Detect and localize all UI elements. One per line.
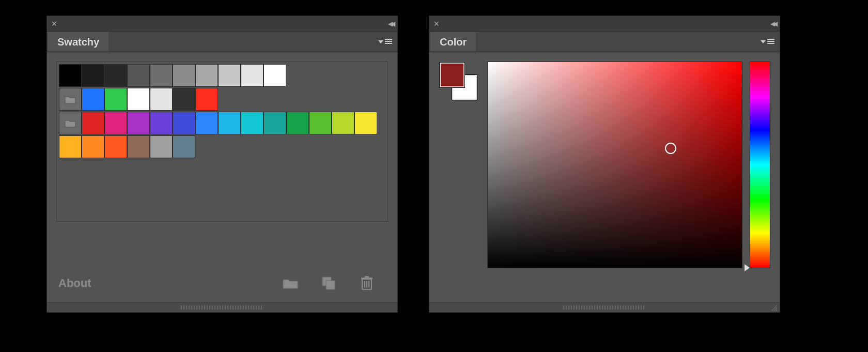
hue-arrow-icon — [745, 264, 750, 271]
panel-grip[interactable] — [47, 302, 397, 312]
swatch[interactable] — [59, 64, 82, 87]
panel-menu-icon[interactable] — [378, 39, 392, 45]
color-panel: ✕ ◀◀ Color — [429, 16, 780, 313]
swatch[interactable] — [127, 88, 150, 111]
delete-button[interactable] — [358, 276, 376, 290]
collapse-icon[interactable]: ◀◀ — [388, 20, 393, 27]
swatch[interactable] — [82, 88, 104, 111]
swatch[interactable] — [173, 64, 195, 87]
close-icon[interactable]: ✕ — [51, 20, 57, 28]
hue-strip[interactable] — [750, 62, 770, 268]
resize-corner-icon[interactable] — [770, 304, 778, 311]
swatch-area — [56, 62, 388, 222]
fg-bg-area — [439, 62, 480, 293]
swatch[interactable] — [264, 64, 286, 87]
saturation-value-field[interactable] — [487, 62, 742, 268]
panel-grip[interactable] — [429, 302, 780, 312]
folder-icon — [283, 277, 298, 289]
swatch[interactable] — [104, 135, 127, 158]
swatch[interactable] — [195, 112, 218, 134]
swatch[interactable] — [173, 135, 195, 158]
swatch[interactable] — [241, 64, 264, 87]
color-tab-bar: Color — [429, 32, 780, 52]
swatch-row — [59, 64, 385, 87]
swatch[interactable] — [218, 64, 241, 87]
swatchy-footer: About — [56, 272, 388, 293]
svg-rect-9 — [361, 278, 373, 279]
swatch[interactable] — [127, 112, 150, 134]
swatch[interactable] — [264, 112, 286, 134]
swatch[interactable] — [127, 64, 150, 87]
swatch[interactable] — [173, 112, 195, 134]
swatch[interactable] — [241, 112, 264, 134]
swatch[interactable] — [104, 112, 127, 134]
close-icon[interactable]: ✕ — [433, 20, 440, 28]
footer-icons — [282, 276, 386, 290]
swatchy-panel: ✕ ◀◀ Swatchy About — [47, 16, 398, 313]
tab-label: Swatchy — [57, 36, 99, 48]
swatch[interactable] — [104, 64, 127, 87]
swatch[interactable] — [286, 112, 309, 134]
swatch[interactable] — [354, 112, 377, 134]
swatch[interactable] — [82, 135, 104, 158]
swatch[interactable] — [195, 64, 218, 87]
tab-color[interactable]: Color — [430, 32, 476, 51]
swatch[interactable] — [127, 135, 150, 158]
new-swatch-button[interactable] — [320, 276, 337, 290]
about-link[interactable]: About — [58, 277, 91, 290]
new-swatch-icon — [322, 277, 335, 290]
color-body — [429, 52, 780, 302]
svg-marker-0 — [378, 40, 383, 43]
swatch[interactable] — [332, 112, 354, 134]
swatch[interactable] — [195, 88, 218, 111]
swatch[interactable] — [150, 88, 173, 111]
swatch-group-folder[interactable] — [59, 88, 82, 111]
svg-rect-10 — [365, 276, 369, 278]
swatch[interactable] — [82, 112, 104, 134]
trash-icon — [361, 276, 373, 290]
swatch[interactable] — [218, 112, 241, 134]
swatch[interactable] — [59, 135, 82, 158]
tab-label: Color — [440, 36, 467, 48]
tab-swatchy[interactable]: Swatchy — [48, 32, 109, 51]
swatch-group-folder[interactable] — [59, 112, 82, 134]
swatchy-tab-bar: Swatchy — [47, 32, 397, 52]
swatch[interactable] — [104, 88, 127, 111]
panel-menu-icon[interactable] — [761, 39, 774, 45]
swatch[interactable] — [82, 64, 104, 87]
swatch-row — [59, 88, 385, 111]
swatchy-body: About — [47, 52, 397, 302]
collapse-icon[interactable]: ◀◀ — [770, 20, 776, 27]
swatch-row — [59, 135, 385, 158]
svg-line-17 — [776, 310, 777, 311]
svg-marker-11 — [761, 40, 766, 43]
swatch[interactable] — [150, 64, 173, 87]
swatch-row — [59, 112, 385, 134]
swatch[interactable] — [309, 112, 332, 134]
swatch[interactable] — [173, 88, 195, 111]
color-title-bar: ✕ ◀◀ — [429, 16, 780, 32]
swatchy-title-bar: ✕ ◀◀ — [47, 16, 397, 32]
new-group-button[interactable] — [282, 276, 299, 290]
swatch[interactable] — [150, 112, 173, 134]
swatch[interactable] — [150, 135, 173, 158]
foreground-swatch[interactable] — [440, 63, 464, 87]
